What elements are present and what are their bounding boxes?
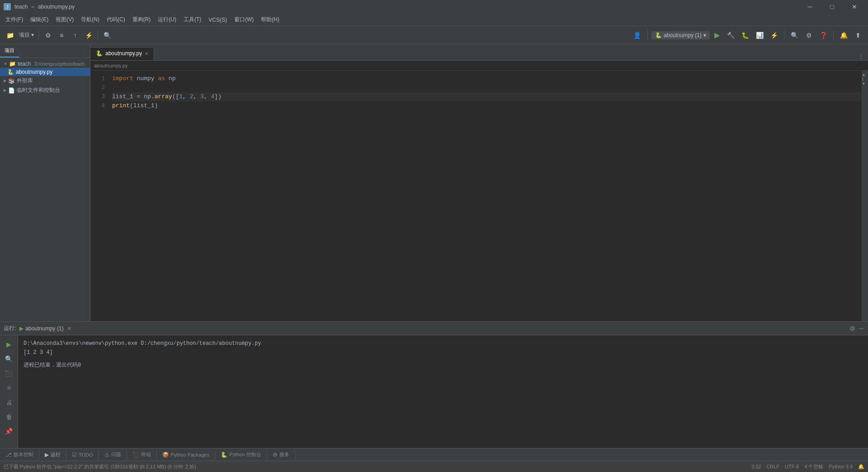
window-controls: ─ □ ✕ <box>800 0 864 14</box>
help-btn[interactable]: ❓ <box>817 29 830 42</box>
breadcrumb: aboutnumpy.py <box>90 61 868 71</box>
tree-temp-files[interactable]: ▶ 📄 临时文件和控制台 <box>0 86 90 95</box>
toolbar-separator-2 <box>98 30 98 41</box>
run-label: 运行: <box>4 324 16 332</box>
close-button[interactable]: ✕ <box>844 0 864 14</box>
run-play-btn[interactable]: ▶ <box>5 339 13 350</box>
menu-file[interactable]: 文件(F) <box>2 14 27 25</box>
line-ending[interactable]: CRLF <box>766 464 779 469</box>
run-config-label: aboutnumpy (1) <box>664 32 702 38</box>
menu-view[interactable]: 视图(V) <box>52 14 77 25</box>
bottom-panel-header: 运行: ▶ aboutnumpy (1) ✕ ⚙ ─ <box>0 322 868 335</box>
toolbar-btn-4[interactable]: ⚡ <box>82 29 95 42</box>
indent[interactable]: 4 个空格 <box>804 463 823 470</box>
panel-minimize-btn[interactable]: ─ <box>858 324 864 333</box>
panel-settings-btn[interactable]: ⚙ <box>849 324 856 333</box>
tab-run[interactable]: ▶ 运行 <box>39 449 66 460</box>
project-view-btn[interactable]: 📁 <box>4 29 16 42</box>
tab-options-btn[interactable]: ⋮ <box>858 53 864 60</box>
root-path: D:/chengxu/python/teach <box>34 62 85 67</box>
run-list-btn[interactable]: ≡ <box>5 382 12 393</box>
tab-version-control[interactable]: ⎇ 版本控制 <box>0 449 39 460</box>
tab-close-btn[interactable]: ✕ <box>145 51 148 56</box>
toolbar-separator-1 <box>38 30 39 41</box>
tree-external-libs[interactable]: ▶ 📚 外部库 <box>0 76 90 86</box>
code-line-4: print(list_1) <box>112 101 862 110</box>
menu-code[interactable]: 代码(C) <box>103 14 129 25</box>
run-sidebar: ▶ 🔍 ⬛ ≡ 🖨 🗑 📌 <box>0 335 18 448</box>
toolbar-btn-2[interactable]: ≡ <box>55 29 68 42</box>
main-content: 项目 ▼ 📁 teach D:/chengxu/python/teach 🐍 a… <box>0 44 868 321</box>
run-pin-btn[interactable]: 📌 <box>3 426 14 437</box>
minimize-button[interactable]: ─ <box>800 0 820 14</box>
toolbar-btn-3[interactable]: ↑ <box>69 29 81 42</box>
run-config-dropdown[interactable]: 🐍 aboutnumpy (1) ▾ <box>651 31 710 39</box>
code-area[interactable]: import numpy as np list_1 = np.array([1,… <box>108 71 862 321</box>
run-tab[interactable]: ▶ aboutnumpy (1) ✕ <box>19 325 71 332</box>
external-libs-label: 外部库 <box>17 77 33 85</box>
terminal-icon: ⬛ <box>132 452 139 458</box>
file-name: aboutnumpy.py <box>16 69 52 75</box>
tab-problems[interactable]: ⚠ 问题 <box>99 449 127 460</box>
terminal-spacer <box>24 357 863 361</box>
packages-label: Python Packages <box>171 452 210 458</box>
tab-terminal[interactable]: ⬛ 终端 <box>127 449 157 460</box>
py-console-label: Python 控制台 <box>229 451 261 458</box>
code-line-1: import numpy as np <box>112 74 862 83</box>
tree-root[interactable]: ▼ 📁 teach D:/chengxu/python/teach <box>0 60 90 68</box>
updates-btn[interactable]: ⬆ <box>852 29 864 42</box>
maximize-button[interactable]: □ <box>822 0 842 14</box>
build-btn[interactable]: 🔨 <box>724 29 737 42</box>
temp-files-icon: 📄 <box>8 87 15 94</box>
run-scroll-btn[interactable]: 🔍 <box>3 353 14 364</box>
tab-python-console[interactable]: 🐍 Python 控制台 <box>215 449 267 460</box>
tab-services[interactable]: ⚙ 服务 <box>267 449 295 460</box>
tab-aboutnumpy[interactable]: 🐍 aboutnumpy.py ✕ <box>90 47 154 60</box>
run-print-btn[interactable]: 🖨 <box>4 397 14 408</box>
menu-help[interactable]: 帮助(H) <box>257 14 283 25</box>
toolbar-btn-5[interactable]: 🔍 <box>101 29 113 42</box>
left-panel: 项目 ▼ 📁 teach D:/chengxu/python/teach 🐍 a… <box>0 44 90 321</box>
toolbar-btn-1[interactable]: ⚙ <box>42 29 54 42</box>
menu-vcs[interactable]: VCS(S) <box>205 15 231 25</box>
tab-label: aboutnumpy.py <box>105 50 142 57</box>
bottom-panel: 运行: ▶ aboutnumpy (1) ✕ ⚙ ─ ▶ 🔍 ⬛ ≡ 🖨 🗑 📌… <box>0 321 868 448</box>
account-btn[interactable]: 👤 <box>631 29 644 42</box>
debug-btn[interactable]: 🐛 <box>739 29 751 42</box>
editor-scrollbar[interactable]: ▲ 1 ▼ <box>862 71 868 321</box>
menu-refactor[interactable]: 重构(R) <box>129 14 155 25</box>
py-file-icon: 🐍 <box>7 69 14 75</box>
settings-btn[interactable]: ⚙ <box>802 29 815 42</box>
notifications-btn[interactable]: 🔔 <box>837 29 850 42</box>
search-btn[interactable]: 🔍 <box>788 29 801 42</box>
file-aboutnumpy[interactable]: 🐍 aboutnumpy.py <box>0 68 90 76</box>
encoding[interactable]: UTF-8 <box>785 464 799 469</box>
menu-nav[interactable]: 导航(N) <box>77 14 103 25</box>
run-tab-close[interactable]: ✕ <box>67 325 71 332</box>
tab-todo[interactable]: ☑ TODO <box>66 450 99 460</box>
menu-tools[interactable]: 工具(T) <box>180 14 205 25</box>
menu-run[interactable]: 运行(U) <box>154 14 180 25</box>
python-version[interactable]: Python 3.9 <box>829 464 853 469</box>
run-icon-tab: ▶ <box>45 452 49 458</box>
menu-window[interactable]: 窗口(W) <box>231 14 257 25</box>
ln-3: 3 <box>90 92 105 101</box>
toolbar-separator-5 <box>833 30 834 41</box>
run-tab-icon: ▶ <box>19 325 24 332</box>
problems-icon: ⚠ <box>104 452 109 458</box>
run-stop-btn[interactable]: ⬛ <box>3 368 14 379</box>
cursor-pos[interactable]: 3:32 <box>751 464 761 469</box>
tab-python-packages[interactable]: 📦 Python Packages <box>157 450 216 460</box>
file-title: aboutnumpy.py <box>38 4 75 10</box>
profile-btn[interactable]: ⚡ <box>768 29 780 42</box>
run-button[interactable]: ▶ <box>712 30 722 41</box>
tab-project[interactable]: 项目 <box>0 44 19 57</box>
run-panel-body: ▶ 🔍 ⬛ ≡ 🖨 🗑 📌 D:\Anaconda3\envs\newenv\p… <box>0 335 868 448</box>
code-editor[interactable]: 1 2 3 4 import numpy as np list_1 = np.a… <box>90 71 862 321</box>
terminal-command: D:\Anaconda3\envs\newenv\python.exe D:/c… <box>24 339 863 348</box>
run-trash-btn[interactable]: 🗑 <box>4 411 14 422</box>
coverage-btn[interactable]: 📊 <box>753 29 766 42</box>
menu-bar: 文件(F) 编辑(E) 视图(V) 导航(N) 代码(C) 重构(R) 运行(U… <box>0 14 868 26</box>
menu-edit[interactable]: 编辑(E) <box>27 14 52 25</box>
ln-4: 4 <box>90 101 105 110</box>
